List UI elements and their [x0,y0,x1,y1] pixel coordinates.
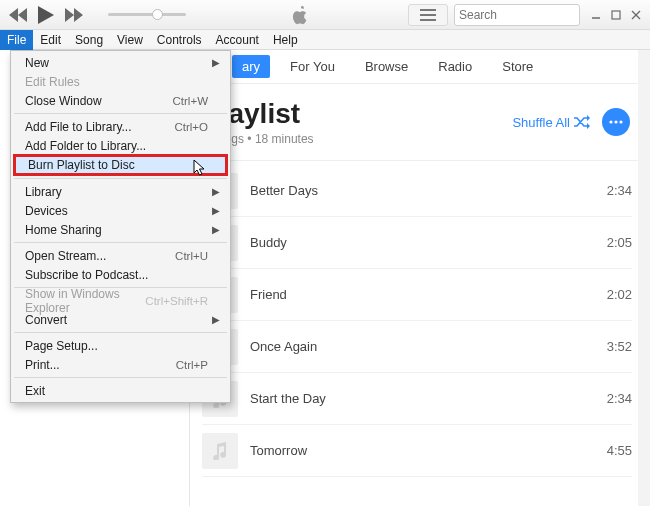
svg-point-8 [619,120,622,123]
menuitem-devices[interactable]: Devices▶ [13,201,228,220]
close-icon [631,10,641,20]
song-row[interactable]: Better Days2:34 [202,165,632,217]
svg-point-7 [614,120,617,123]
list-icon [420,9,436,21]
menuitem-label: Burn Playlist to Disc [28,158,135,172]
menuitem-shortcut: Ctrl+U [175,250,208,262]
list-view-button[interactable] [408,4,448,26]
main-pane: aryFor YouBrowseRadioStore Playlist 6 so… [190,50,650,506]
svg-point-6 [609,120,612,123]
menuitem-new[interactable]: New▶ [13,53,228,72]
vertical-scrollbar[interactable] [638,50,650,506]
menu-file[interactable]: File [0,30,33,50]
volume-slider[interactable] [108,13,186,16]
tab-library[interactable]: ary [232,55,270,78]
menuitem-label: Library [25,185,62,199]
play-button[interactable] [32,4,60,26]
menuitem-label: Subscribe to Podcast... [25,268,148,282]
menuitem-show-in-windows-explorer: Show in Windows ExplorerCtrl+Shift+R [13,291,228,310]
chevron-right-icon: ▶ [212,224,220,235]
tab-radio[interactable]: Radio [428,55,482,78]
menuitem-home-sharing[interactable]: Home Sharing▶ [13,220,228,239]
menuitem-label: Open Stream... [25,249,106,263]
menu-separator [14,242,227,243]
menuitem-print[interactable]: Print...Ctrl+P [13,355,228,374]
music-note-icon [212,442,228,460]
song-duration: 2:34 [607,183,632,198]
search-box[interactable] [454,4,580,26]
song-title: Better Days [250,183,607,198]
tab-browse[interactable]: Browse [355,55,418,78]
song-row[interactable]: Friend2:02 [202,269,632,321]
previous-icon [9,8,27,22]
svg-rect-3 [612,11,620,19]
shuffle-label: Shuffle All [512,115,570,130]
song-duration: 4:55 [607,443,632,458]
menu-bar: FileEditSongViewControlsAccountHelp [0,30,650,50]
song-title: Buddy [250,235,607,250]
more-actions-button[interactable] [602,108,630,136]
play-icon [38,6,54,24]
song-duration: 2:05 [607,235,632,250]
menuitem-label: Page Setup... [25,339,98,353]
menu-separator [14,113,227,114]
shuffle-all[interactable]: Shuffle All [512,115,590,130]
song-duration: 2:34 [607,391,632,406]
menu-help[interactable]: Help [266,30,305,50]
menuitem-label: Close Window [25,94,102,108]
prev-button[interactable] [4,4,32,26]
tab-for-you[interactable]: For You [280,55,345,78]
menuitem-page-setup[interactable]: Page Setup... [13,336,228,355]
menu-controls[interactable]: Controls [150,30,209,50]
song-row[interactable]: Buddy2:05 [202,217,632,269]
chevron-right-icon: ▶ [212,186,220,197]
maximize-button[interactable] [606,5,626,25]
chevron-right-icon: ▶ [212,57,220,68]
menuitem-edit-rules: Edit Rules [13,72,228,91]
minimize-button[interactable] [586,5,606,25]
chevron-right-icon: ▶ [212,205,220,216]
song-title: Once Again [250,339,607,354]
menuitem-label: Convert [25,313,67,327]
menuitem-shortcut: Ctrl+P [176,359,208,371]
song-duration: 2:02 [607,287,632,302]
menuitem-exit[interactable]: Exit [13,381,228,400]
volume-thumb[interactable] [152,9,163,20]
menuitem-burn-playlist-to-disc[interactable]: Burn Playlist to Disc [13,154,228,176]
menuitem-library[interactable]: Library▶ [13,182,228,201]
menu-separator [14,332,227,333]
menuitem-shortcut: Ctrl+W [173,95,208,107]
maximize-icon [611,10,621,20]
file-menu-dropdown: New▶Edit RulesClose WindowCtrl+WAdd File… [10,50,231,403]
menu-account[interactable]: Account [209,30,266,50]
menuitem-add-file-to-library[interactable]: Add File to Library...Ctrl+O [13,117,228,136]
next-button[interactable] [60,4,88,26]
menuitem-close-window[interactable]: Close WindowCtrl+W [13,91,228,110]
menuitem-add-folder-to-library[interactable]: Add Folder to Library... [13,136,228,155]
menuitem-subscribe-to-podcast[interactable]: Subscribe to Podcast... [13,265,228,284]
song-title: Start the Day [250,391,607,406]
window-buttons [586,5,646,25]
menuitem-open-stream[interactable]: Open Stream...Ctrl+U [13,246,228,265]
minimize-icon [591,10,601,20]
more-icon [609,120,623,124]
playlist-subtitle: 6 songs • 18 minutes [202,132,512,146]
menu-edit[interactable]: Edit [33,30,68,50]
close-button[interactable] [626,5,646,25]
song-row[interactable]: Once Again3:52 [202,321,632,373]
menu-view[interactable]: View [110,30,150,50]
song-row[interactable]: Tomorrow4:55 [202,425,632,477]
menuitem-label: Print... [25,358,60,372]
menuitem-convert[interactable]: Convert▶ [13,310,228,329]
menu-separator [14,178,227,179]
apple-icon [290,4,310,26]
menuitem-label: New [25,56,49,70]
song-row[interactable]: Start the Day2:34 [202,373,632,425]
menuitem-shortcut: Ctrl+Shift+R [145,295,208,307]
song-title: Tomorrow [250,443,607,458]
tab-store[interactable]: Store [492,55,543,78]
menuitem-label: Devices [25,204,68,218]
menu-song[interactable]: Song [68,30,110,50]
songs-list: Better Days2:34Buddy2:05Friend2:02Once A… [190,161,650,506]
playlist-title: Playlist [202,98,512,130]
